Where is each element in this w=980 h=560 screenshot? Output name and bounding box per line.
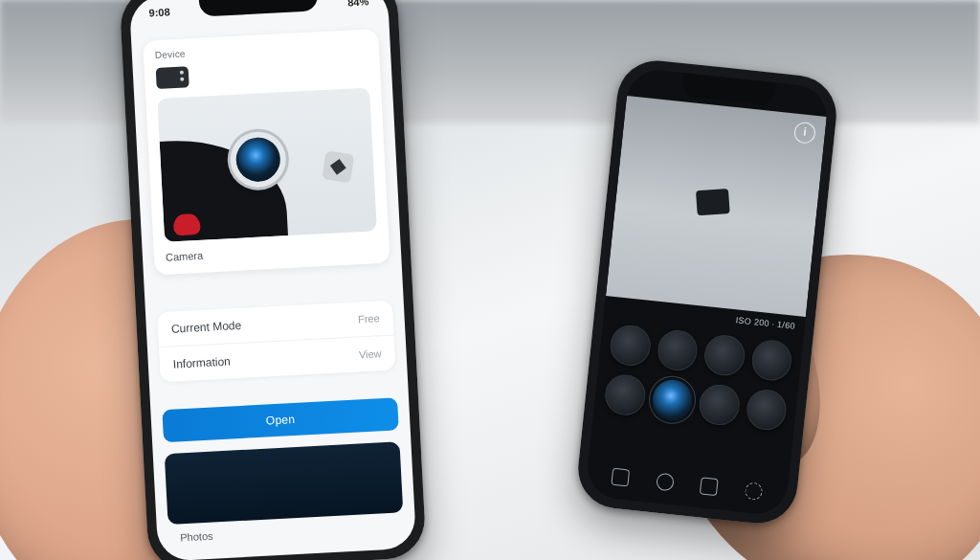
shutter-button[interactable] (650, 378, 694, 422)
phone-right: i ISO 200 · 1/60 (574, 56, 840, 526)
camera-device-icon (156, 66, 189, 89)
camera-viewfinder[interactable]: i (606, 96, 827, 317)
fingernail (173, 213, 201, 235)
mode-icon[interactable] (656, 473, 675, 492)
row-label: Information (172, 354, 231, 370)
control-timer-icon[interactable] (702, 333, 746, 377)
control-gallery-icon[interactable] (603, 373, 647, 417)
mode-icon[interactable] (700, 477, 719, 496)
control-filter-icon[interactable] (749, 338, 793, 382)
live-preview[interactable] (157, 87, 377, 241)
control-flash-icon[interactable] (609, 324, 653, 368)
info-icon[interactable]: i (793, 122, 816, 145)
control-mode-icon[interactable] (698, 383, 742, 427)
photo-thumbnail[interactable] (165, 441, 404, 525)
device-card[interactable]: Device Camera (143, 29, 390, 276)
primary-action-button[interactable]: Open (162, 397, 398, 442)
camera-meta-readout: ISO 200 · 1/60 (735, 315, 795, 330)
mode-icon[interactable] (612, 468, 631, 487)
camera-controls (603, 324, 793, 432)
device-card-title: Device (155, 39, 368, 61)
mode-icon[interactable] (744, 482, 763, 501)
photo-scene: 9:08 84% Device Camera Current Mode Free (0, 0, 980, 560)
row-value: Free (358, 312, 380, 325)
status-time: 9:08 (148, 6, 170, 18)
bottom-section-label: Photos (180, 530, 213, 544)
control-hdr-icon[interactable] (656, 328, 700, 372)
phone-left-screen: 9:08 84% Device Camera Current Mode Free (129, 0, 417, 560)
primary-action-label: Open (265, 413, 295, 428)
row-label: Current Mode (171, 319, 242, 336)
settings-list: Current Mode Free Information View (157, 301, 395, 383)
section-label: Camera (166, 240, 378, 263)
control-switch-icon[interactable] (745, 388, 789, 432)
status-battery: 84% (347, 0, 369, 9)
bottom-mode-row (587, 465, 789, 504)
chip-icon (322, 150, 354, 183)
row-value: View (359, 347, 382, 360)
phone-left: 9:08 84% Device Camera Current Mode Free (119, 0, 427, 560)
